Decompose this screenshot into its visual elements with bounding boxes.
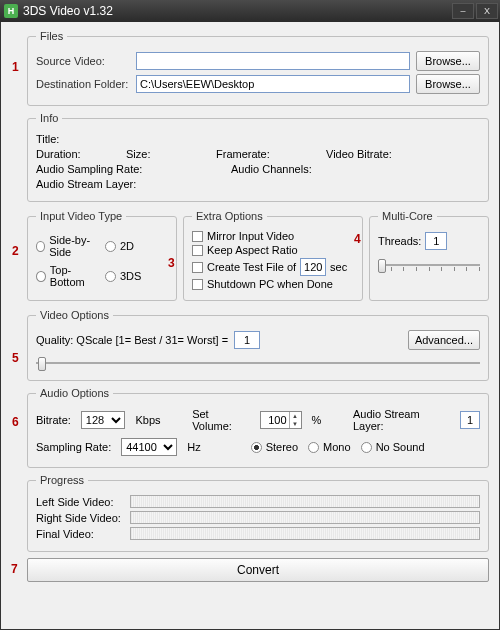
source-input[interactable] xyxy=(136,52,410,70)
close-button[interactable]: X xyxy=(476,3,498,19)
progress-final-bar xyxy=(130,527,480,540)
input-type-legend: Input Video Type xyxy=(36,210,126,222)
progress-right-bar xyxy=(130,511,480,524)
marker-6: 6 xyxy=(12,415,19,429)
quality-slider[interactable] xyxy=(36,354,480,372)
marker-1: 1 xyxy=(12,60,19,74)
window-body: 1 Files Source Video: Browse... Destinat… xyxy=(0,22,500,630)
audio-options-legend: Audio Options xyxy=(36,387,113,399)
info-framerate-label: Framerate: xyxy=(216,148,326,160)
check-shutdown[interactable]: Shutdown PC when Done xyxy=(192,278,354,290)
info-duration-label: Duration: xyxy=(36,148,126,160)
marker-5: 5 xyxy=(12,351,19,365)
app-icon: H xyxy=(4,4,18,18)
marker-3: 3 xyxy=(168,256,175,270)
multicore-group: 4 Multi-Core Threads: xyxy=(369,210,489,301)
source-label: Source Video: xyxy=(36,55,130,67)
multicore-legend: Multi-Core xyxy=(378,210,437,222)
radio-top-bottom[interactable]: Top-Bottom xyxy=(36,264,99,288)
progress-group: Progress Left Side Video: Right Side Vid… xyxy=(27,474,489,552)
sampling-label: Sampling Rate: xyxy=(36,441,111,453)
info-audio-stream-layer-label: Audio Stream Layer: xyxy=(36,178,136,190)
video-options-legend: Video Options xyxy=(36,309,113,321)
test-seconds-input[interactable] xyxy=(300,258,326,276)
browse-source-button[interactable]: Browse... xyxy=(416,51,480,71)
quality-label: Quality: QScale [1= Best / 31= Worst] = xyxy=(36,334,228,346)
quality-input[interactable] xyxy=(234,331,260,349)
kbps-label: Kbps xyxy=(135,414,160,426)
volume-label: Set Volume: xyxy=(192,408,249,432)
bitrate-label: Bitrate: xyxy=(36,414,71,426)
browse-dest-button[interactable]: Browse... xyxy=(416,74,480,94)
extra-legend: Extra Options xyxy=(192,210,267,222)
marker-2: 2 xyxy=(12,244,19,258)
volume-spinner[interactable]: ▲▼ xyxy=(260,411,302,429)
radio-mono[interactable]: Mono xyxy=(308,441,351,453)
sampling-combo[interactable]: 44100 xyxy=(121,438,177,456)
check-keep-aspect[interactable]: Keep Aspect Ratio xyxy=(192,244,354,256)
audio-stream-layer-input[interactable] xyxy=(460,411,480,429)
progress-left-label: Left Side Video: xyxy=(36,496,124,508)
extra-options-group: 3 Extra Options Mirror Input Video Keep … xyxy=(183,210,363,301)
radio-side-by-side[interactable]: Side-by-Side xyxy=(36,234,99,258)
radio-2d[interactable]: 2D xyxy=(105,234,168,258)
marker-4: 4 xyxy=(354,232,361,246)
advanced-button[interactable]: Advanced... xyxy=(408,330,480,350)
convert-button[interactable]: Convert xyxy=(27,558,489,582)
volume-down-icon[interactable]: ▼ xyxy=(290,420,301,428)
volume-input[interactable] xyxy=(261,412,289,428)
check-mirror[interactable]: Mirror Input Video xyxy=(192,230,354,242)
dest-label: Destination Folder: xyxy=(36,78,130,90)
progress-legend: Progress xyxy=(36,474,88,486)
radio-stereo[interactable]: Stereo xyxy=(251,441,298,453)
check-create-test[interactable]: Create Test File of sec xyxy=(192,258,354,276)
info-audio-channels-label: Audio Channels: xyxy=(231,163,312,175)
percent-label: % xyxy=(312,414,322,426)
minimize-button[interactable]: – xyxy=(452,3,474,19)
files-group: 1 Files Source Video: Browse... Destinat… xyxy=(27,30,489,106)
info-group: Info Title: Duration: Size: Framerate: V… xyxy=(27,112,489,202)
window-title: 3DS Video v1.32 xyxy=(23,4,450,18)
titlebar: H 3DS Video v1.32 – X xyxy=(0,0,500,22)
threads-input[interactable] xyxy=(425,232,447,250)
info-size-label: Size: xyxy=(126,148,216,160)
radio-3ds[interactable]: 3DS xyxy=(105,264,168,288)
audio-options-group: 6 Audio Options Bitrate: 128 Kbps Set Vo… xyxy=(27,387,489,468)
bitrate-combo[interactable]: 128 xyxy=(81,411,126,429)
dest-input[interactable] xyxy=(136,75,410,93)
threads-slider[interactable] xyxy=(378,256,480,274)
audio-stream-layer-label: Audio Stream Layer: xyxy=(353,408,450,432)
info-legend: Info xyxy=(36,112,62,124)
info-bitrate-label: Video Bitrate: xyxy=(326,148,392,160)
progress-right-label: Right Side Video: xyxy=(36,512,124,524)
radio-no-sound[interactable]: No Sound xyxy=(361,441,425,453)
info-title-label: Title: xyxy=(36,133,59,145)
hz-label: Hz xyxy=(187,441,200,453)
info-audio-sampling-label: Audio Sampling Rate: xyxy=(36,163,231,175)
progress-left-bar xyxy=(130,495,480,508)
marker-7: 7 xyxy=(11,562,18,576)
input-type-group: 2 Input Video Type Side-by-Side 2D Top-B… xyxy=(27,210,177,301)
video-options-group: 5 Video Options Quality: QScale [1= Best… xyxy=(27,309,489,381)
progress-final-label: Final Video: xyxy=(36,528,124,540)
threads-label: Threads: xyxy=(378,235,421,247)
files-legend: Files xyxy=(36,30,67,42)
volume-up-icon[interactable]: ▲ xyxy=(290,412,301,420)
